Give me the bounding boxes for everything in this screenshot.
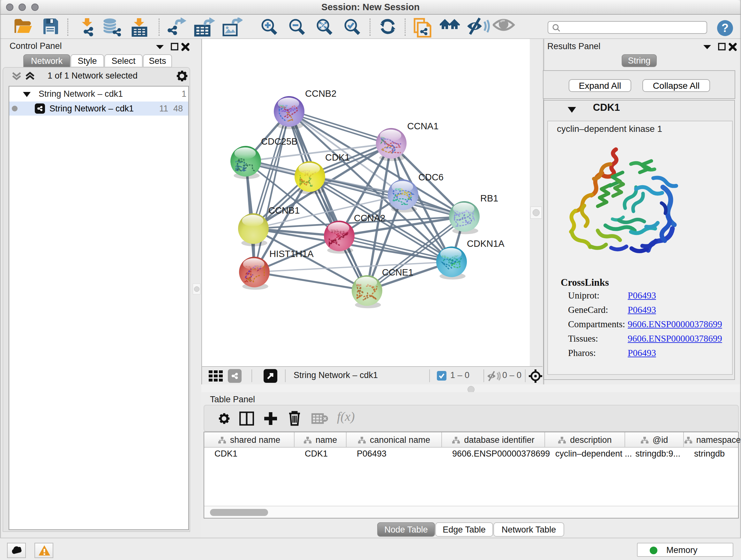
svg-text:?: ? [722, 21, 729, 35]
svg-text:HIST1H1A: HIST1H1A [269, 249, 314, 259]
svg-text:CCNE1: CCNE1 [382, 267, 413, 277]
svg-text:CDK1: CDK1 [325, 152, 350, 163]
svg-text:CCNB2: CCNB2 [305, 88, 336, 99]
svg-text:CDKN1A: CDKN1A [467, 239, 504, 249]
svg-text:CDC6: CDC6 [418, 172, 444, 182]
svg-text:CDC25B: CDC25B [261, 136, 297, 146]
svg-text:CCNB1: CCNB1 [268, 205, 300, 215]
svg-text:RB1: RB1 [480, 193, 498, 203]
svg-text:CCNA1: CCNA1 [407, 121, 439, 131]
svg-text:CCNA2: CCNA2 [354, 213, 385, 223]
